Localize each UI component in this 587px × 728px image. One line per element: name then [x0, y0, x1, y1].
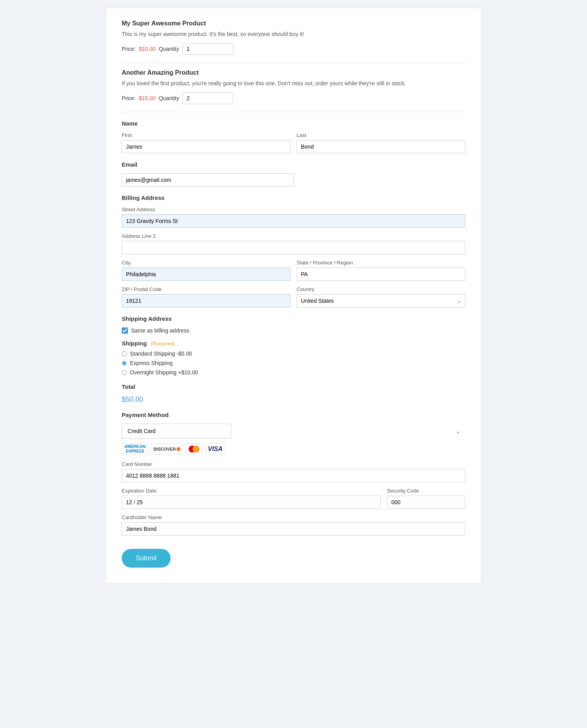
last-name-group: Last [297, 132, 465, 153]
city-group: City [122, 260, 290, 281]
name-row: First Last [122, 132, 465, 153]
cardholder-label: Cardholder Name [122, 514, 465, 520]
expiration-group: Expiration Date [122, 488, 381, 509]
state-label: State / Province / Region [297, 260, 465, 266]
street-input[interactable] [122, 214, 465, 228]
product-2-section: Another Amazing Product If you loved the… [122, 69, 465, 104]
total-section: Total $50.00 [122, 383, 465, 404]
card-number-label: Card Number [122, 461, 465, 467]
address2-row: Address Line 2 [122, 233, 465, 254]
product-2-price-label: Price: [122, 95, 136, 101]
payment-chevron-icon: ⌄ [456, 428, 461, 434]
shipping-title: Shipping (Required) [122, 340, 465, 347]
product-1-price-row: Price: $10.00 Quantity [122, 43, 465, 55]
payment-dropdown-wrapper: Credit Card PayPal ⌄ [122, 424, 465, 439]
product-1-section: My Super Awesome Product This is my supe… [122, 20, 465, 55]
cardholder-input[interactable] [122, 522, 465, 536]
product-2-price: $15.00 [139, 95, 156, 101]
card-number-row: Card Number [122, 461, 465, 482]
security-input[interactable] [387, 496, 465, 509]
zip-group: ZIP / Postal Code [122, 286, 290, 307]
zip-input[interactable] [122, 294, 290, 307]
email-group [122, 173, 294, 187]
visa-icon: VISA [205, 443, 225, 455]
email-section-title: Email [122, 161, 465, 168]
card-icons-row: AMERICANEXPRESS DISCOVER VISA [122, 443, 465, 455]
product-1-quantity-label: Quantity [159, 46, 179, 52]
address2-label: Address Line 2 [122, 233, 465, 239]
amex-icon: AMERICANEXPRESS [122, 443, 148, 455]
cardholder-group: Cardholder Name [122, 514, 465, 536]
card-number-group: Card Number [122, 461, 465, 482]
product-2-quantity-label: Quantity [159, 95, 179, 101]
last-name-label: Last [297, 132, 465, 138]
zip-label: ZIP / Postal Code [122, 286, 290, 292]
overnight-shipping-radio[interactable] [122, 370, 127, 375]
total-title: Total [122, 383, 465, 390]
product-1-quantity-input[interactable] [182, 43, 233, 55]
same-as-billing-row: Same as billing address [122, 327, 465, 334]
express-shipping-radio[interactable] [122, 361, 127, 366]
email-row [122, 173, 465, 187]
first-name-input[interactable] [122, 140, 290, 153]
last-name-input[interactable] [297, 140, 465, 153]
overnight-shipping-row: Overnight Shipping +$10.00 [122, 369, 465, 376]
country-select[interactable]: United States Canada United Kingdom [297, 294, 465, 307]
discover-icon: DISCOVER [151, 443, 183, 455]
first-name-label: First [122, 132, 290, 138]
product-1-price: $10.00 [139, 46, 156, 52]
product-1-description: This is my super awesome product. It's t… [122, 30, 465, 38]
mc-orange-circle [193, 446, 200, 453]
name-section-title: Name [122, 120, 465, 127]
product-2-quantity-input[interactable] [182, 92, 233, 104]
security-group: Security Code [387, 488, 465, 509]
submit-button[interactable]: Submit [122, 549, 171, 568]
same-as-billing-checkbox[interactable] [122, 327, 128, 334]
first-name-group: First [122, 132, 290, 153]
form-container: My Super Awesome Product This is my supe… [106, 8, 481, 584]
card-number-input[interactable] [122, 469, 465, 482]
shipping-required-tag: (Required) [151, 341, 175, 347]
billing-section-title: Billing Address [122, 194, 465, 201]
payment-title: Payment Method [122, 412, 465, 418]
expiration-input[interactable] [122, 496, 381, 509]
address2-group: Address Line 2 [122, 233, 465, 254]
product-2-title: Another Amazing Product [122, 69, 465, 76]
same-as-billing-label: Same as billing address [131, 327, 189, 334]
shipping-radio-group: Standard Shipping -$5.00 Express Shippin… [122, 351, 465, 376]
shipping-address-title: Shipping Address [122, 315, 465, 322]
zip-country-row: ZIP / Postal Code Country United States … [122, 286, 465, 307]
express-shipping-label: Express Shipping [130, 360, 173, 366]
street-group: Street Address [122, 207, 465, 228]
city-state-row: City State / Province / Region [122, 260, 465, 281]
express-shipping-row: Express Shipping [122, 360, 465, 366]
state-input[interactable] [297, 268, 465, 281]
country-select-wrapper: United States Canada United Kingdom ⌄ [297, 294, 465, 307]
payment-method-section: Payment Method Credit Card PayPal ⌄ AMER… [122, 412, 465, 568]
city-input[interactable] [122, 268, 290, 281]
shipping-address-section: Shipping Address Same as billing address [122, 315, 465, 334]
standard-shipping-radio[interactable] [122, 351, 127, 356]
overnight-shipping-label: Overnight Shipping +$10.00 [130, 369, 198, 376]
address2-input[interactable] [122, 241, 465, 254]
security-label: Security Code [387, 488, 465, 494]
product-2-description: If you loved the first product, you're r… [122, 79, 465, 88]
product-1-price-label: Price: [122, 46, 136, 52]
total-amount: $50.00 [122, 395, 465, 404]
mastercard-icon [185, 443, 203, 455]
standard-shipping-label: Standard Shipping -$5.00 [130, 351, 192, 357]
expiration-label: Expiration Date [122, 488, 381, 494]
exp-security-row: Expiration Date Security Code [122, 488, 465, 509]
city-label: City [122, 260, 290, 266]
standard-shipping-row: Standard Shipping -$5.00 [122, 351, 465, 357]
country-label: Country [297, 286, 465, 292]
street-row: Street Address [122, 207, 465, 228]
street-label: Street Address [122, 207, 465, 212]
country-group: Country United States Canada United King… [297, 286, 465, 307]
product-2-price-row: Price: $15.00 Quantity [122, 92, 465, 104]
email-input[interactable] [122, 173, 294, 187]
payment-method-select[interactable]: Credit Card PayPal [122, 424, 231, 439]
state-group: State / Province / Region [297, 260, 465, 281]
shipping-options-section: Shipping (Required) Standard Shipping -$… [122, 340, 465, 376]
product-1-title: My Super Awesome Product [122, 20, 465, 27]
